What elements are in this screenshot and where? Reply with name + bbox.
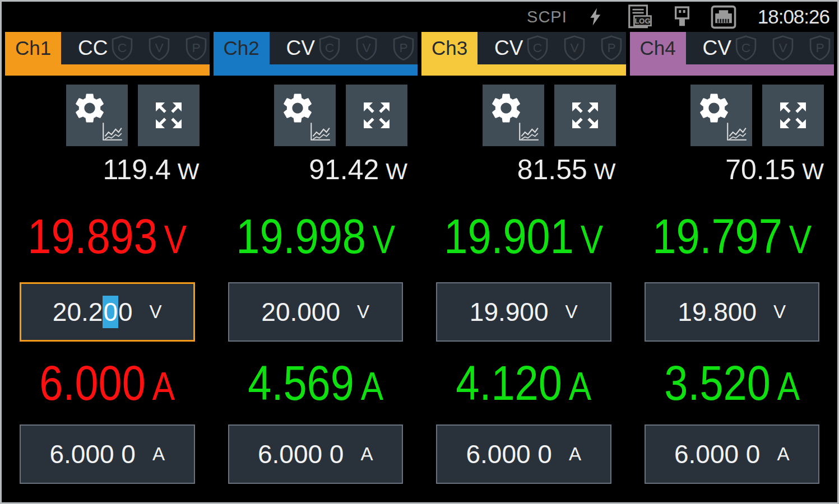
chart-icon: [517, 121, 540, 142]
voltage-setpoint-value: 19.800: [678, 297, 757, 327]
voltage-setpoint-value-tail: 0: [118, 297, 133, 327]
channel-status-strip: CC C V P: [61, 32, 210, 64]
expand-icon: [775, 97, 811, 133]
current-value: 4.120: [456, 357, 562, 409]
svg-text:V: V: [362, 40, 371, 55]
channel-tab-label: Ch4: [639, 37, 675, 59]
voltage-protection-shield-icon: V: [352, 34, 381, 63]
voltage-setpoint-field[interactable]: 19.800 V: [645, 282, 820, 342]
channel-tab-row: Ch1 CC C V P: [5, 32, 210, 64]
channel-expand-button[interactable]: [554, 85, 616, 146]
current-value: 6.000: [39, 357, 145, 409]
expand-icon: [151, 97, 187, 133]
svg-text:V: V: [778, 40, 787, 55]
current-readout: 6.000 A: [20, 357, 195, 409]
channel-settings-button[interactable]: [690, 85, 752, 146]
channel-settings-button[interactable]: [274, 85, 336, 146]
power-unit: W: [594, 160, 616, 184]
current-unit: A: [777, 366, 799, 407]
edit-cursor: 0: [103, 296, 118, 328]
svg-text:P: P: [399, 40, 407, 55]
power-value: 119.4: [103, 155, 170, 185]
channel-accent-bar: [214, 64, 418, 76]
channel-tab-label: Ch2: [223, 37, 259, 59]
voltage-protection-shield-icon: V: [145, 34, 174, 63]
voltage-readout: 19.901 V: [436, 211, 611, 262]
log-icon: LOG: [624, 4, 653, 30]
regulation-mode-label: CV: [286, 36, 315, 60]
voltage-setpoint-unit: V: [150, 301, 162, 323]
channel-panel: Ch4 CV C V P: [630, 32, 835, 502]
voltage-protection-shield-icon: V: [560, 34, 589, 63]
channel-tab[interactable]: Ch1: [5, 32, 61, 64]
svg-text:P: P: [192, 40, 201, 55]
current-unit: A: [360, 366, 383, 407]
channel-settings-button[interactable]: [483, 85, 544, 146]
channels-row: Ch1 CC C V P: [2, 32, 837, 502]
voltage-setpoint-unit: V: [565, 301, 578, 323]
power-protection-shield-icon: P: [597, 34, 626, 63]
voltage-protection-shield-icon: V: [768, 34, 798, 63]
channel-expand-button[interactable]: [346, 85, 407, 146]
channel-accent-bar: [5, 64, 210, 76]
current-setpoint-unit: A: [569, 444, 581, 465]
voltage-setpoint-value: 19.900: [470, 297, 549, 327]
power-protection-shield-icon: P: [805, 34, 835, 63]
current-readout: 4.120 A: [436, 357, 611, 409]
voltage-setpoint-field[interactable]: 19.900 V: [436, 282, 611, 342]
channel-tab-label: Ch1: [15, 37, 51, 59]
channel-tab-row: Ch2 CV C V P: [214, 32, 418, 64]
lan-icon: [711, 5, 736, 29]
channel-tab[interactable]: Ch3: [421, 32, 478, 64]
regulation-mode-label: CV: [703, 36, 731, 60]
channel-tab-row: Ch4 CV C V P: [630, 32, 835, 64]
current-setpoint-field[interactable]: 6.000 0 A: [645, 424, 820, 484]
voltage-unit: V: [581, 219, 603, 260]
protection-indicators: C V P: [523, 34, 626, 63]
svg-text:P: P: [815, 40, 824, 55]
channel-tab[interactable]: Ch4: [630, 32, 686, 64]
svg-text:C: C: [118, 40, 127, 55]
svg-text:C: C: [533, 40, 542, 55]
voltage-setpoint-field[interactable]: 20.200 V: [20, 282, 195, 342]
power-readout: 119.4 W: [5, 155, 210, 185]
voltage-unit: V: [789, 219, 811, 260]
voltage-setpoint-field[interactable]: 20.000 V: [228, 282, 404, 342]
current-readout: 3.520 A: [644, 357, 819, 409]
voltage-unit: V: [164, 219, 187, 260]
protection-indicators: C V P: [731, 34, 835, 63]
power-unit: W: [802, 160, 824, 184]
current-setpoint-value: 6.000 0: [674, 439, 760, 469]
current-protection-shield-icon: C: [731, 34, 761, 63]
chart-icon: [100, 121, 124, 142]
voltage-readout: 19.893 V: [20, 211, 195, 262]
channel-settings-button[interactable]: [66, 85, 128, 146]
power-readout: 70.15 W: [630, 155, 835, 185]
channel-tab[interactable]: Ch2: [214, 32, 270, 64]
voltage-readout: 19.998 V: [228, 211, 403, 262]
svg-text:C: C: [741, 40, 750, 55]
current-setpoint-field[interactable]: 6.000 0 A: [20, 424, 195, 484]
voltage-readout: 19.797 V: [644, 211, 819, 262]
channel-panel: Ch3 CV C V P: [421, 32, 626, 502]
current-setpoint-field[interactable]: 6.000 0 A: [436, 424, 611, 484]
regulation-mode-label: CV: [494, 36, 523, 60]
protection-indicators: C V P: [108, 34, 211, 63]
svg-text:V: V: [155, 40, 164, 55]
svg-text:P: P: [608, 40, 616, 55]
log-icon-label: LOG: [634, 17, 650, 25]
channel-content: 91.42 W 19.998 V 20.000 V 4.569 A 6.000 …: [214, 76, 418, 502]
expand-icon: [567, 97, 603, 133]
channel-content: 119.4 W 19.893 V 20.200 V 6.000 A 6.000 …: [5, 76, 210, 502]
chart-icon: [308, 121, 332, 142]
current-setpoint-field[interactable]: 6.000 0 A: [228, 424, 404, 484]
voltage-setpoint-value: 20.000: [261, 297, 340, 327]
channel-expand-button[interactable]: [138, 85, 200, 146]
power-readout: 91.42 W: [214, 155, 418, 185]
current-setpoint-value: 6.000 0: [49, 439, 135, 469]
channel-expand-button[interactable]: [762, 85, 824, 146]
svg-text:V: V: [571, 40, 580, 55]
instrument-screen: SCPI LOG 18:08:26: [0, 0, 839, 504]
current-readout: 4.569 A: [228, 357, 403, 409]
voltage-setpoint-unit: V: [357, 301, 369, 323]
